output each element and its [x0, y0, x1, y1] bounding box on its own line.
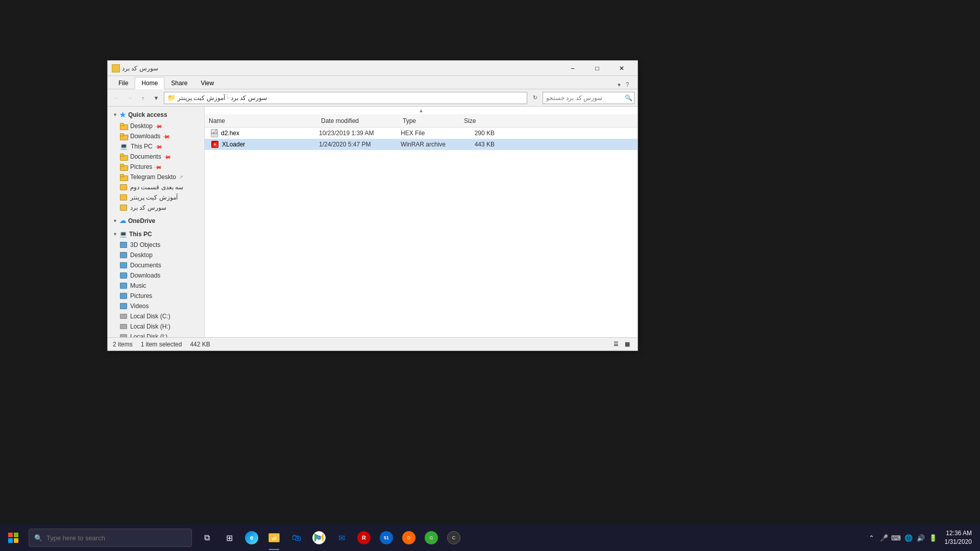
sidebar-folder2-label: آموزش کیت پرینتر [130, 194, 178, 201]
search-input[interactable] [546, 94, 623, 102]
taskbar-file-explorer[interactable]: 📁 [263, 524, 285, 551]
thispc-label: This PC [129, 231, 152, 238]
taskbar-red-app[interactable]: R [353, 524, 375, 551]
help-button[interactable]: ? [623, 81, 631, 89]
sidebar-pictures2-label: Pictures [130, 292, 152, 299]
telegram-folder-icon [120, 174, 127, 180]
taskbar-mail[interactable]: ✉ [331, 524, 352, 551]
tray-mic-icon[interactable]: 🎤 [878, 524, 890, 551]
up-button[interactable]: ↑ [137, 92, 149, 104]
sidebar-item-desktop2[interactable]: Desktop [108, 250, 204, 260]
tray-chevron[interactable]: ⌃ [866, 524, 877, 551]
taskbar-search-input[interactable] [46, 534, 186, 542]
status-bar: 2 items 1 item selected 442 KB ☰ ▦ [108, 337, 638, 350]
file-name: d2.hex [221, 130, 239, 137]
tab-share[interactable]: Share [164, 77, 194, 89]
view-toggle: ☰ ▦ [611, 340, 632, 349]
file-row-xloader[interactable]: R XLoader 1/24/2020 5:47 PM WinRAR archi… [205, 139, 638, 150]
items-count: 2 items [113, 341, 133, 348]
tab-view[interactable]: View [194, 77, 220, 89]
sidebar-item-local-c[interactable]: Local Disk (C:) [108, 311, 204, 321]
pin-icon2: 📌 [162, 132, 170, 140]
sidebar-this-pc-label: This PC [131, 143, 153, 150]
taskbar-blue-app[interactable]: 51 [376, 524, 397, 551]
pin-icon4: 📌 [163, 153, 172, 161]
sidebar-item-music[interactable]: Music [108, 281, 204, 291]
tray-keyboard-icon[interactable]: ⌨ [891, 524, 902, 551]
sidebar-item-downloads[interactable]: ↓ Downloads 📌 [108, 131, 204, 141]
sidebar-item-pictures2[interactable]: Pictures [108, 291, 204, 301]
sidebar-item-3dobjects[interactable]: 3D Objects [108, 240, 204, 250]
taskbar-edge[interactable]: e [241, 524, 262, 551]
svg-rect-1 [14, 533, 18, 537]
file-type2: WinRAR archive [401, 141, 462, 148]
folder-icon2 [120, 154, 127, 160]
sidebar-section-onedrive[interactable]: ▼ ☁ OneDrive [108, 215, 204, 227]
minimize-button[interactable]: – [561, 61, 584, 76]
sidebar-item-folder2[interactable]: آموزش کیت پرینتر [108, 192, 204, 203]
path-part1: آموزش کیت پرینتر [178, 94, 225, 102]
sidebar-item-this-pc[interactable]: 💻 This PC 📌 [108, 141, 204, 152]
sidebar-item-downloads2[interactable]: ↓ Downloads [108, 270, 204, 281]
sidebar-item-pictures[interactable]: Pictures 📌 [108, 162, 204, 172]
sidebar-item-videos[interactable]: Videos [108, 301, 204, 311]
tray-volume-icon[interactable]: 🔊 [915, 524, 926, 551]
recent-button[interactable]: ▼ [151, 92, 162, 104]
taskbar-orange-app[interactable]: ⊙ [398, 524, 420, 551]
col-header-name[interactable]: Name [207, 117, 319, 124]
forward-button[interactable]: → [124, 92, 135, 104]
ribbon-tabs: File Home Share View ▼ ? [108, 76, 638, 89]
sidebar-section-quick-access[interactable]: ▼ ★ Quick access [108, 109, 204, 121]
drive-c-icon [120, 314, 127, 319]
mail-icon: ✉ [335, 532, 348, 544]
taskbar-grid-icon[interactable]: ⊞ [218, 524, 240, 551]
ribbon-collapse-button[interactable]: ▼ [615, 81, 623, 89]
sidebar-item-folder1[interactable]: سه بعدی قسمت دوم [108, 182, 204, 192]
taskbar-chrome[interactable] [308, 524, 330, 551]
sidebar-item-local-i[interactable]: Local Disk (I:) [108, 332, 204, 337]
close-button[interactable]: ✕ [610, 61, 633, 76]
sidebar-item-desktop[interactable]: Desktop 📌 [108, 121, 204, 131]
sidebar-music-label: Music [130, 282, 146, 289]
taskbar-store[interactable]: 🛍 [286, 524, 307, 551]
downloads-folder-icon: ↓ [120, 133, 127, 139]
col-header-type[interactable]: Type [401, 117, 462, 124]
sidebar-desktop2-label: Desktop [130, 252, 153, 259]
quick-access-icon: ★ [119, 111, 126, 119]
tray-battery-icon[interactable]: 🔋 [927, 524, 939, 551]
taskbar-green-app[interactable]: G [421, 524, 442, 551]
list-view-button[interactable]: ☰ [611, 340, 621, 349]
sidebar-section-thispc[interactable]: ▼ 💻 This PC [108, 229, 204, 240]
taskbar-task-view[interactable]: ⧉ [196, 524, 217, 551]
column-headers: Name Date modified Type Size [205, 114, 638, 128]
back-button[interactable]: ← [111, 92, 122, 104]
tab-file[interactable]: File [112, 77, 135, 89]
start-button[interactable] [0, 524, 27, 551]
search-box[interactable]: 🔍 [543, 92, 634, 104]
tab-home[interactable]: Home [135, 77, 164, 89]
selected-size: 442 KB [190, 341, 210, 348]
taskbar-dark-app[interactable]: C [443, 524, 464, 551]
sidebar-item-documents[interactable]: Documents 📌 [108, 152, 204, 162]
windows-logo-icon [8, 533, 18, 543]
main-content: ▼ ★ Quick access Desktop 📌 ↓ Downloads 📌… [108, 107, 638, 337]
maximize-button[interactable]: □ [585, 61, 609, 76]
sidebar-item-telegram[interactable]: Telegram Deskto ↗ [108, 172, 204, 182]
sidebar-pictures-label: Pictures [130, 163, 152, 170]
dark-app-icon: C [447, 531, 460, 544]
folder-icon [120, 123, 127, 129]
tray-network-icon[interactable]: 🌐 [903, 524, 914, 551]
file-row-d2hex[interactable]: HEX d2.hex 10/23/2019 1:39 AM HEX File 2… [205, 128, 638, 139]
address-path[interactable]: 📁 آموزش کیت پرینتر › سورس کد برد [164, 92, 527, 104]
refresh-button[interactable]: ↻ [529, 92, 541, 104]
taskbar-search-bar[interactable]: 🔍 [29, 529, 192, 547]
col-header-modified[interactable]: Date modified [319, 117, 401, 124]
sidebar-item-documents2[interactable]: Documents [108, 260, 204, 270]
sidebar-item-local-h[interactable]: Local Disk (H:) [108, 321, 204, 332]
collapse-arrow[interactable]: ▲ [205, 107, 638, 114]
col-header-size[interactable]: Size [462, 117, 503, 124]
sidebar: ▼ ★ Quick access Desktop 📌 ↓ Downloads 📌… [108, 107, 205, 337]
clock[interactable]: 12:36 AM 1/31/2020 [941, 529, 976, 546]
sidebar-item-folder3[interactable]: سورس کد برد [108, 203, 204, 213]
detail-view-button[interactable]: ▦ [622, 340, 632, 349]
